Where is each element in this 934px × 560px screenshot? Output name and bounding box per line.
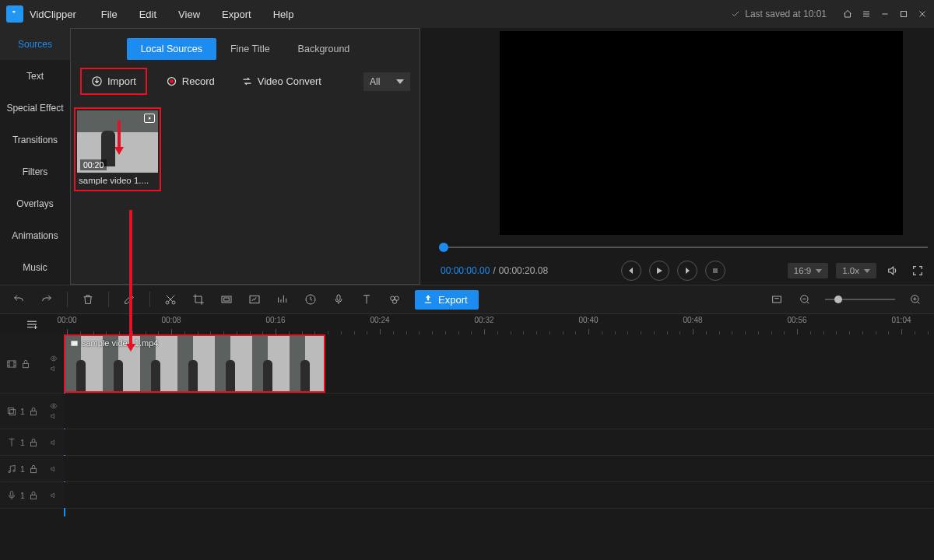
overlay-track-header[interactable]: 1 bbox=[0, 394, 64, 429]
nav-transitions[interactable]: Transitions bbox=[0, 124, 70, 156]
svg-rect-35 bbox=[30, 411, 36, 415]
mute-icon[interactable] bbox=[50, 492, 58, 499]
undo-button[interactable] bbox=[11, 292, 26, 307]
svg-rect-37 bbox=[30, 442, 36, 446]
menu-edit[interactable]: Edit bbox=[128, 2, 167, 26]
record-button[interactable]: Record bbox=[158, 71, 223, 92]
voiceover-button[interactable] bbox=[331, 292, 346, 307]
delete-button[interactable] bbox=[80, 292, 96, 307]
svg-rect-21 bbox=[773, 296, 781, 303]
video-clip[interactable]: sample video 1.mp4 bbox=[64, 334, 325, 393]
effects-button[interactable] bbox=[247, 292, 262, 307]
next-frame-button[interactable] bbox=[677, 261, 697, 281]
lock-icon[interactable] bbox=[20, 359, 31, 369]
video-track-header[interactable] bbox=[0, 334, 64, 393]
menu-file[interactable]: File bbox=[90, 2, 128, 26]
minimize-button[interactable] bbox=[876, 5, 894, 23]
maximize-button[interactable] bbox=[895, 5, 912, 23]
mute-icon[interactable] bbox=[50, 412, 58, 420]
preview-screen[interactable] bbox=[500, 31, 903, 235]
filter-dropdown[interactable]: All bbox=[363, 72, 410, 91]
svg-rect-13 bbox=[222, 296, 231, 303]
nav-filters[interactable]: Filters bbox=[0, 156, 70, 187]
export-button[interactable]: Export bbox=[415, 290, 479, 310]
menu-help[interactable]: Help bbox=[262, 2, 305, 26]
text-track-content[interactable] bbox=[64, 429, 934, 455]
fullscreen-icon[interactable] bbox=[909, 262, 926, 279]
svg-rect-17 bbox=[337, 295, 340, 300]
import-button[interactable]: Import bbox=[83, 71, 144, 92]
tab-background[interactable]: Background bbox=[284, 38, 364, 60]
nav-music[interactable]: Music bbox=[0, 251, 70, 283]
nav-animations[interactable]: Animations bbox=[0, 219, 70, 251]
mute-icon[interactable] bbox=[50, 365, 58, 373]
ruler-label: 00:24 bbox=[370, 316, 389, 324]
media-panel: Local Sources Fine Title Background Impo… bbox=[70, 28, 420, 285]
import-label: Import bbox=[107, 75, 136, 87]
menu-view[interactable]: View bbox=[167, 2, 211, 26]
video-convert-button[interactable]: Video Convert bbox=[234, 71, 329, 92]
lock-icon[interactable] bbox=[28, 406, 39, 417]
ruler-label: 00:40 bbox=[578, 316, 598, 324]
ruler-label: 00:08 bbox=[161, 316, 181, 324]
media-item[interactable]: 00:20 sample video 1.... bbox=[74, 107, 161, 191]
prev-frame-button[interactable] bbox=[621, 261, 641, 281]
lock-icon[interactable] bbox=[28, 490, 39, 501]
eye-icon[interactable] bbox=[50, 355, 58, 362]
play-button[interactable] bbox=[649, 261, 669, 281]
edit-button[interactable] bbox=[121, 292, 137, 307]
speed-label: 1.0x bbox=[842, 266, 859, 275]
aspect-button[interactable] bbox=[219, 292, 234, 307]
lock-icon[interactable] bbox=[28, 437, 39, 448]
adjust-button[interactable] bbox=[275, 292, 290, 307]
chevron-down-icon bbox=[816, 269, 822, 273]
tab-local-sources[interactable]: Local Sources bbox=[127, 38, 216, 60]
zoom-out-button[interactable] bbox=[797, 292, 813, 307]
cut-button[interactable] bbox=[163, 292, 178, 307]
duration-button[interactable] bbox=[303, 292, 318, 307]
color-button[interactable] bbox=[387, 292, 402, 307]
mute-icon[interactable] bbox=[50, 439, 58, 446]
svg-point-9 bbox=[170, 79, 174, 83]
audio-track-header[interactable]: 1 bbox=[0, 456, 64, 481]
speed-dropdown[interactable]: 1.0x bbox=[836, 263, 876, 278]
zoom-in-button[interactable] bbox=[908, 292, 923, 307]
tab-fine-title[interactable]: Fine Title bbox=[216, 38, 284, 60]
voice-track-header[interactable]: 1 bbox=[0, 482, 64, 508]
save-status-label: Last saved at 10:01 bbox=[745, 9, 827, 19]
snap-button[interactable] bbox=[769, 292, 785, 307]
ruler[interactable]: 00:0000:0800:1600:2400:3200:4000:4800:56… bbox=[64, 314, 934, 334]
zoom-slider[interactable] bbox=[825, 299, 895, 300]
text-track-header[interactable]: 1 bbox=[0, 429, 64, 455]
stop-button[interactable] bbox=[705, 261, 725, 281]
media-thumbnail-image: 00:20 bbox=[77, 110, 158, 173]
audio-track-content[interactable] bbox=[64, 456, 934, 481]
video-track-content[interactable]: sample video 1.mp4 bbox=[64, 334, 934, 393]
nav-overlays[interactable]: Overlays bbox=[0, 187, 70, 219]
scrubber-knob[interactable] bbox=[439, 243, 448, 252]
mute-icon[interactable] bbox=[50, 465, 58, 473]
preview-scrubber[interactable] bbox=[439, 241, 928, 254]
svg-rect-10 bbox=[713, 268, 718, 273]
zoom-slider-knob[interactable] bbox=[834, 296, 842, 303]
ruler-label: 01:04 bbox=[891, 316, 911, 324]
overlay-track-content[interactable] bbox=[64, 394, 934, 429]
voice-track-content[interactable] bbox=[64, 482, 934, 508]
text-button[interactable] bbox=[359, 292, 374, 307]
clip-icon bbox=[70, 339, 79, 348]
close-button[interactable] bbox=[914, 5, 931, 23]
lock-icon[interactable] bbox=[28, 464, 39, 474]
redo-button[interactable] bbox=[39, 292, 54, 307]
home-icon[interactable] bbox=[839, 5, 856, 23]
eye-icon[interactable] bbox=[50, 402, 58, 410]
add-track-button[interactable] bbox=[0, 314, 64, 334]
aspect-ratio-dropdown[interactable]: 16:9 bbox=[788, 263, 828, 278]
svg-rect-33 bbox=[8, 408, 13, 413]
nav-text[interactable]: Text bbox=[0, 60, 70, 92]
crop-button[interactable] bbox=[191, 292, 206, 307]
nav-special-effect[interactable]: Special Effect bbox=[0, 92, 70, 124]
volume-icon[interactable] bbox=[884, 262, 901, 279]
menu-export[interactable]: Export bbox=[211, 2, 262, 26]
nav-sources[interactable]: Sources bbox=[0, 28, 70, 60]
hamburger-icon[interactable] bbox=[858, 5, 875, 23]
